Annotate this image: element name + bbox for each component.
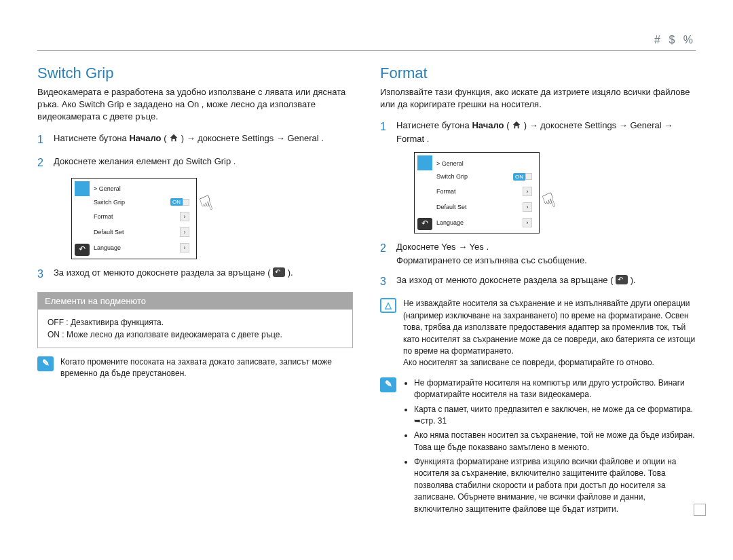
home-icon — [512, 120, 521, 130]
submenu-on: ON : Може лесно да използвате видеокамер… — [48, 329, 343, 341]
step-text: ). — [285, 267, 293, 278]
menu-item: Language — [94, 244, 121, 251]
submenu-off: OFF : Дезактивира функцията. — [48, 316, 343, 329]
on-label: ON — [513, 173, 525, 181]
label-home: Начало — [129, 133, 161, 143]
hand-pointer-icon: ☟ — [540, 188, 559, 214]
step-text: ) → докоснете Settings → General . — [178, 133, 324, 143]
section-title-switch-grip: Switch Grip — [37, 64, 353, 82]
section-title-format: Format — [380, 64, 696, 82]
info-icon: ✎ — [380, 377, 396, 392]
step-number: 2 — [380, 240, 390, 267]
menu-breadcrumb: > General — [94, 185, 121, 192]
step-text: ( — [504, 120, 512, 130]
menu-breadcrumb: > General — [436, 160, 464, 167]
info-list: Не форматирайте носителя на компютър или… — [403, 377, 696, 515]
step-text: Докоснете желания елемент до Switch Grip… — [54, 155, 353, 171]
back-icon: ↶ — [417, 218, 432, 230]
step-text: Форматирането се изпълнява със съобщение… — [396, 254, 696, 267]
step-number: 1 — [37, 132, 47, 148]
info-note: ✎ Когато промените посоката на захвата д… — [37, 356, 353, 380]
info-note: ✎ Не форматирайте носителя на компютър и… — [380, 377, 696, 518]
step-text: За изход от менюто докоснете раздела за … — [54, 267, 273, 278]
info-icon: ✎ — [37, 356, 54, 371]
menu-item: Format — [94, 213, 113, 220]
list-item: Ако няма поставен носител за съхранение,… — [414, 430, 696, 453]
on-toggle: ON — [170, 198, 189, 206]
step-text: ). — [628, 275, 636, 285]
step-text: ( — [162, 133, 170, 143]
step-text: Докоснете Yes → Yes . — [396, 240, 696, 254]
menu-item: Language — [436, 219, 464, 226]
step-3: 3 За изход от менюто докоснете раздела з… — [380, 274, 696, 290]
step-text: Натиснете бутона — [396, 120, 472, 130]
chapter-header: # $ % — [37, 34, 696, 51]
intro-text: Използвайте тази функция, ако искате да … — [380, 86, 696, 111]
menu-item: Default Set — [436, 204, 467, 210]
list-item: Карта с памет, чиито предпазител е заклю… — [414, 404, 696, 428]
menu-item: Switch Grip — [436, 173, 468, 180]
step-2: 2 Докоснете желания елемент до Switch Gr… — [37, 155, 353, 171]
list-item: Функцията форматиране изтрива изцяло вси… — [414, 456, 696, 515]
menu-item: Default Set — [94, 229, 124, 236]
label-home: Начало — [472, 120, 504, 130]
step-number: 1 — [380, 119, 390, 145]
submenu-header: Елементи на подменюто — [38, 293, 352, 310]
step-text: Натиснете бутона — [54, 133, 129, 143]
back-icon — [273, 267, 285, 277]
list-item: Не форматирайте носителя на компютър или… — [414, 377, 696, 401]
home-icon — [169, 133, 178, 143]
hand-pointer-icon: ☟ — [197, 191, 217, 217]
chevron-right-icon: › — [523, 187, 532, 196]
step-text: За изход от менюто докоснете раздела за … — [396, 275, 616, 285]
step-number: 3 — [380, 274, 390, 290]
chevron-right-icon: › — [180, 243, 189, 253]
left-column: Switch Grip Видеокамерата е разработена … — [37, 64, 353, 518]
page-number — [694, 504, 706, 518]
chevron-right-icon: › — [180, 227, 189, 237]
menu-item: Switch Grip — [94, 199, 125, 206]
intro-text: Видеокамерата е разработена за удобно из… — [37, 86, 353, 124]
back-icon: ↶ — [75, 244, 90, 256]
menu-screenshot: ↶ > General Switch Grip ON Format› Defau… — [71, 178, 197, 259]
back-icon — [616, 275, 628, 284]
step-2: 2 Докоснете Yes → Yes . Форматирането се… — [380, 240, 696, 267]
chevron-right-icon: › — [180, 212, 189, 221]
step-3: 3 За изход от менюто докоснете раздела з… — [37, 266, 353, 282]
warning-icon: △ — [380, 298, 396, 313]
menu-screenshot: ↶ > General Switch Grip ON Format› Defau… — [414, 152, 540, 234]
menu-home-tile — [417, 155, 432, 170]
right-column: Format Използвайте тази функция, ако иск… — [380, 64, 696, 518]
step-1: 1 Натиснете бутона Начало ( ) → докоснет… — [37, 132, 353, 148]
step-1: 1 Натиснете бутона Начало ( ) → докоснет… — [380, 119, 696, 145]
note-text: Когато промените посоката на захвата док… — [60, 356, 353, 380]
chevron-right-icon: › — [523, 202, 532, 212]
on-label: ON — [170, 198, 183, 206]
warning-note: △ Не изваждайте носителя за съхранение и… — [380, 298, 696, 369]
submenu-items-box: Елементи на подменюто OFF : Дезактивира … — [37, 292, 353, 348]
chevron-right-icon: › — [523, 218, 532, 227]
on-toggle: ON — [513, 173, 532, 181]
note-text: Не изваждайте носителя за съхранение и н… — [403, 298, 696, 369]
menu-item: Format — [436, 188, 456, 195]
step-number: 2 — [37, 155, 47, 171]
menu-home-tile — [75, 181, 90, 196]
step-number: 3 — [37, 266, 47, 282]
